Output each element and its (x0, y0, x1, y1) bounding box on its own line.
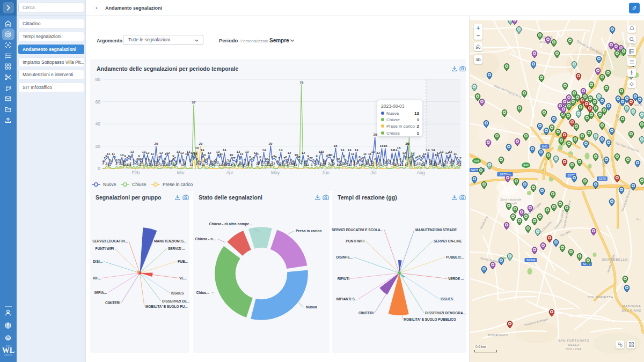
svg-text:Nuove: Nuove (103, 182, 116, 187)
svg-text:8: 8 (129, 155, 131, 159)
svg-text:1: 1 (282, 162, 284, 166)
svg-text:SS75: SS75 (598, 177, 605, 180)
svg-text:2: 2 (145, 161, 147, 165)
svg-text:1: 1 (233, 162, 236, 166)
svg-text:4: 4 (425, 159, 427, 163)
svg-text:RIF...: RIF... (93, 276, 101, 280)
svg-text:13: 13 (320, 150, 324, 153)
svg-text:14: 14 (431, 148, 435, 152)
svg-text:2: 2 (294, 161, 296, 165)
svg-text:RIFIUTI: RIFIUTI (338, 277, 350, 280)
svg-text:20: 20 (269, 142, 273, 145)
svg-text:14: 14 (348, 148, 352, 152)
svg-text:14: 14 (223, 148, 226, 152)
svg-text:3: 3 (446, 160, 448, 164)
svg-text:12: 12 (402, 151, 406, 154)
svg-text:Chiuse: Chiuse (132, 182, 147, 187)
svg-text:1: 1 (459, 162, 462, 166)
svg-text:20: 20 (155, 142, 158, 145)
svg-text:Aug: Aug (416, 170, 425, 175)
svg-text:60: 60 (96, 99, 101, 105)
svg-text:Apr: Apr (226, 170, 233, 175)
svg-text:1: 1 (251, 162, 253, 166)
svg-text:Nuova: Nuova (306, 305, 317, 309)
svg-text:8: 8 (333, 155, 335, 159)
svg-text:1: 1 (394, 162, 397, 166)
svg-text:DISSERVIZI DE...: DISSERVIZI DE... (162, 299, 190, 303)
svg-text:1: 1 (126, 162, 128, 166)
svg-text:14: 14 (355, 148, 358, 152)
svg-text:18: 18 (334, 144, 338, 147)
svg-text:8: 8 (410, 155, 412, 159)
svg-text:2: 2 (258, 161, 260, 165)
svg-text:Chiusa - di altra compe...: Chiusa - di altra compe... (209, 222, 253, 226)
svg-text:DISINFE...: DISINFE... (336, 255, 353, 259)
svg-text:7: 7 (459, 156, 462, 160)
svg-text:14: 14 (426, 148, 430, 152)
svg-text:14: 14 (201, 148, 204, 152)
svg-text:10: 10 (120, 153, 124, 157)
svg-text:20: 20 (406, 142, 409, 145)
svg-text:May: May (271, 170, 280, 175)
svg-text:1: 1 (451, 162, 453, 166)
svg-text:1: 1 (160, 162, 162, 166)
svg-text:SERVIZI EDUCATIVI...: SERVIZI EDUCATIVI... (92, 239, 128, 243)
svg-text:MANUTENZIONI S...: MANUTENZIONI S... (154, 239, 187, 243)
svg-text:13: 13 (440, 150, 444, 153)
svg-text:MOBILITA' E SUOLO PUBBLICO: MOBILITA' E SUOLO PUBBLICO (404, 317, 456, 321)
svg-text:COLONNETTA: COLONNETTA (588, 295, 613, 299)
svg-text:1: 1 (169, 162, 171, 166)
svg-text:75: 75 (300, 80, 304, 84)
svg-text:Chiusa - n...: Chiusa - n... (195, 237, 216, 241)
svg-text:Jul: Jul (371, 170, 377, 175)
svg-text:7: 7 (278, 156, 280, 160)
svg-text:1: 1 (444, 162, 446, 166)
svg-text:11: 11 (363, 152, 367, 156)
svg-text:RA6: RA6 (523, 164, 529, 167)
svg-text:1: 1 (405, 162, 407, 166)
svg-text:12: 12 (208, 151, 211, 154)
svg-text:6: 6 (172, 157, 174, 161)
svg-text:1: 1 (107, 162, 109, 166)
svg-text:IMPIA...: IMPIA... (94, 291, 107, 294)
svg-text:2: 2 (167, 161, 169, 165)
svg-text:4: 4 (102, 159, 104, 163)
svg-text:5: 5 (379, 158, 381, 162)
svg-text:SERVIZI EDUCATIVI E SCOLA...: SERVIZI EDUCATIVI E SCOLA... (332, 228, 383, 232)
svg-text:2: 2 (115, 161, 118, 165)
svg-text:12: 12 (146, 151, 150, 154)
svg-text:8: 8 (201, 155, 203, 159)
svg-text:8: 8 (298, 155, 301, 159)
svg-text:7: 7 (252, 156, 254, 160)
svg-text:2: 2 (324, 161, 326, 165)
svg-text:11: 11 (255, 152, 259, 156)
svg-text:12: 12 (180, 151, 184, 154)
svg-text:0: 0 (98, 166, 100, 171)
svg-text:ISSUES: ISSUES (171, 291, 184, 295)
svg-text:20: 20 (96, 144, 101, 149)
svg-text:ISSUES: ISSUES (441, 297, 453, 301)
svg-text:E45: E45 (542, 145, 547, 148)
svg-text:1: 1 (150, 162, 152, 166)
svg-text:SERVIZI ON-LINE: SERVIZI ON-LINE (434, 239, 463, 243)
svg-text:16: 16 (195, 146, 199, 150)
svg-text:12: 12 (159, 151, 163, 154)
svg-text:1: 1 (358, 162, 361, 166)
svg-text:2: 2 (437, 161, 440, 165)
svg-text:8: 8 (239, 155, 241, 159)
svg-text:11: 11 (453, 152, 457, 156)
svg-text:1: 1 (386, 162, 388, 166)
svg-text:4: 4 (301, 159, 303, 163)
svg-text:DEL PIANO: DEL PIANO (621, 309, 641, 312)
svg-text:SERVIZI ...: SERVIZI ... (168, 247, 185, 250)
svg-text:Jun: Jun (322, 170, 330, 175)
svg-text:1: 1 (129, 162, 131, 166)
svg-text:3: 3 (410, 160, 412, 164)
svg-text:11: 11 (219, 152, 223, 156)
svg-text:11: 11 (423, 152, 427, 156)
svg-text:80: 80 (96, 77, 101, 82)
svg-text:1: 1 (348, 162, 350, 166)
svg-text:5: 5 (189, 158, 192, 162)
svg-text:11: 11 (107, 152, 111, 156)
svg-text:11: 11 (351, 152, 355, 156)
